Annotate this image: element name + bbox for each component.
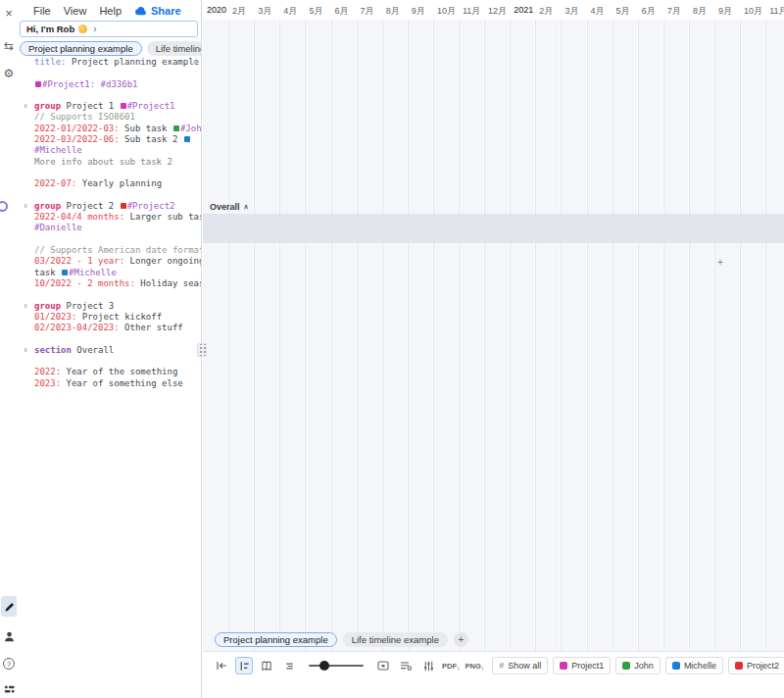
timeline-month-label: 2月 <box>539 5 553 18</box>
editor-code-line[interactable]: 2022-04/4 months: Larger sub task <box>24 212 201 223</box>
view-timeline-button[interactable] <box>235 657 253 674</box>
jump-to-start-icon[interactable] <box>213 657 230 674</box>
greeting-text: Hi, I'm Rob <box>26 24 74 34</box>
zoom-slider-knob[interactable] <box>319 661 329 671</box>
menu-file[interactable]: File <box>33 5 51 17</box>
month-grid-line <box>587 20 588 651</box>
fold-chevron-icon[interactable]: ∨ <box>24 101 34 112</box>
editor-code-line[interactable] <box>24 234 201 245</box>
swap-arrows-icon[interactable]: ⇆ <box>0 37 18 55</box>
month-grid-line <box>714 20 715 651</box>
page-tab-project-planning-example[interactable]: Project planning example <box>215 632 337 647</box>
download-pdf-button[interactable]: PDF↓ <box>442 657 461 671</box>
editor-tab-project-planning-example[interactable]: Project planning example <box>20 41 142 56</box>
scrollbar-up-arrow-icon[interactable]: ▲ <box>192 59 198 65</box>
editor-code-line[interactable] <box>24 90 201 101</box>
view-book-button[interactable] <box>258 657 275 674</box>
editor-code-line[interactable] <box>24 289 201 300</box>
tag-color-swatch <box>35 81 41 87</box>
greeting-input[interactable]: Hi, I'm Rob › <box>20 21 198 37</box>
code-token: More info about sub task 2 <box>34 157 172 167</box>
editor-code-line[interactable]: 01/2023: Project kickoff <box>24 312 201 323</box>
editor-code-line[interactable]: 02/2023-04/2023: Other stuff <box>24 323 201 333</box>
editor-code-line[interactable]: ∨section Overall <box>24 345 201 356</box>
view-list-button[interactable] <box>280 657 298 674</box>
editor-tab-life-timeline-example[interactable]: Life timeline example <box>147 41 201 56</box>
menu-help[interactable]: Help <box>99 5 122 17</box>
timeline-month-label: 11月 <box>463 5 480 18</box>
filter-sliders-icon[interactable] <box>419 657 437 674</box>
timeline-month-label: 7月 <box>667 5 681 18</box>
edit-pencil-icon[interactable] <box>0 598 18 616</box>
help-icon[interactable]: ? <box>0 655 18 673</box>
editor-code-line[interactable] <box>24 333 201 344</box>
editor-code-line[interactable]: #Michelle <box>24 145 201 156</box>
fold-chevron-icon[interactable]: ∨ <box>24 301 34 312</box>
month-grid-line <box>279 20 280 651</box>
editor-code-line[interactable]: title: Project planning example <box>24 57 201 68</box>
tag-filter-project2[interactable]: Project2 <box>728 657 784 674</box>
code-line-content: title: Project planning example <box>34 57 199 68</box>
editor-code-line[interactable]: 2023: Year of something else <box>24 378 201 389</box>
code-line-content: More info about sub task 2 <box>34 157 172 168</box>
panel-resize-handle[interactable] <box>197 343 207 357</box>
editor-code-line[interactable]: ∨group Project 3 <box>24 301 201 312</box>
editor-code-line[interactable]: 03/2022 - 1 year: Longer ongoing <box>24 256 201 267</box>
code-token: Overall <box>72 345 114 355</box>
code-token: // Supports American date formats <box>34 245 201 255</box>
fold-chevron-icon[interactable]: ∨ <box>24 201 34 212</box>
overall-section-label[interactable]: Overall ∧ <box>210 202 249 212</box>
code-token: group <box>34 201 61 211</box>
editor-code-line[interactable]: // Supports American date formats <box>24 245 201 256</box>
settings-gear-icon[interactable]: ⚙ <box>0 65 18 82</box>
timeline-month-label: 6月 <box>642 5 656 18</box>
editor-code-line[interactable]: More info about sub task 2 <box>24 157 201 168</box>
month-grid-line <box>689 20 690 651</box>
page-tab-life-timeline-example[interactable]: Life timeline example <box>343 632 448 647</box>
editor-code-line[interactable]: ∨group Project 1 #Project1 <box>24 101 201 112</box>
editor-code-line[interactable]: // Supports ISO8601 <box>24 112 201 123</box>
list-settings-icon[interactable] <box>397 657 415 674</box>
editor-code-line[interactable] <box>24 190 201 201</box>
menubar: File View Help Share <box>18 0 201 17</box>
editor-code-line[interactable]: task #Michelle <box>24 268 201 278</box>
tag-color-swatch <box>622 662 630 670</box>
editor-code-line[interactable]: ∨group Project 2 #Project2 <box>24 201 201 212</box>
line-gutter <box>24 90 34 101</box>
zoom-slider[interactable] <box>309 665 364 667</box>
tag-filter-project1[interactable]: Project1 <box>553 657 611 674</box>
editor-code-line[interactable] <box>24 68 201 78</box>
editor-code-line[interactable] <box>24 168 201 178</box>
timeline-month-label: 9月 <box>718 5 732 18</box>
editor-code-line[interactable]: 2022-03/2022-06: Sub task 2 <box>24 134 201 145</box>
editor-code-line[interactable]: 2022-01/2022-03: Sub task #John <box>24 124 201 134</box>
show-all-button[interactable]: # Show all <box>492 657 548 674</box>
timeline-view[interactable]: + 20202月3月4月5月6月7月8月9月10月11月12月20212月3月4… <box>203 0 784 698</box>
add-event-plus-icon[interactable]: + <box>717 257 723 268</box>
timelines-icon[interactable] <box>0 679 18 697</box>
editor-code-line[interactable]: #Project1: #d336b1 <box>24 79 201 90</box>
share-button[interactable]: Share <box>134 5 181 17</box>
account-icon[interactable] <box>0 627 18 645</box>
menu-view[interactable]: View <box>64 5 87 17</box>
timeline-grid: + <box>203 20 784 651</box>
code-editor[interactable]: title: Project planning example#Project1… <box>18 57 201 698</box>
editor-code-line[interactable]: #Danielle <box>24 223 201 233</box>
overall-section-band[interactable] <box>203 214 784 243</box>
editor-code-line[interactable]: 10/2022 - 2 months: Holiday season <box>24 278 201 289</box>
editor-code-line[interactable]: 2022: Year of the something <box>24 367 201 377</box>
line-gutter <box>24 212 34 223</box>
tag-filter-michelle[interactable]: Michelle <box>665 657 723 674</box>
month-grid-line <box>331 20 332 651</box>
month-grid-line <box>408 20 409 651</box>
close-icon[interactable]: × <box>0 4 18 22</box>
editor-code-line[interactable] <box>24 356 201 367</box>
line-gutter <box>24 223 34 233</box>
tag-filter-john[interactable]: John <box>615 657 661 674</box>
add-page-button[interactable]: + <box>454 632 468 647</box>
editor-code-line[interactable]: 2022-07: Yearly planning <box>24 178 201 189</box>
fold-chevron-icon[interactable]: ∨ <box>24 345 34 356</box>
fit-to-screen-icon[interactable] <box>374 657 392 674</box>
tag-filter-chips: Project1JohnMichelleProject2Danielle <box>553 657 784 674</box>
download-png-button[interactable]: PNG↓ <box>466 657 485 671</box>
